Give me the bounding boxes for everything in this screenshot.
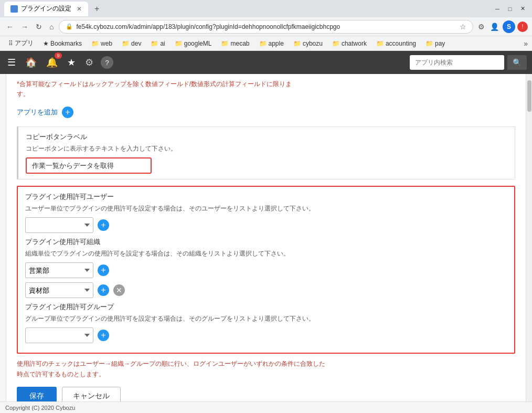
- bookmark-web[interactable]: 📁 web: [87, 38, 116, 49]
- action-buttons: 保存 キャンセル: [17, 387, 515, 401]
- folder-icon-web: 📁: [91, 40, 99, 47]
- folder-icon-dev: 📁: [122, 40, 130, 47]
- warning-line1: 使用許可のチェックはユーザー→組織→グループの順に行い、ログインユーザーがいずれ…: [17, 360, 325, 367]
- group-section-desc: グループ単位でプラグインの使用許可を設定する場合は、そのグループをリストより選択…: [25, 314, 507, 323]
- bookmark-ai[interactable]: 📁 ai: [146, 38, 169, 49]
- add-org-button-2[interactable]: +: [98, 284, 109, 296]
- org-dropdown-row-2: 資材部 + ✕: [25, 282, 507, 298]
- org-dropdown-2[interactable]: 資材部: [25, 282, 93, 298]
- bookmark-star-icon[interactable]: ☆: [460, 23, 466, 31]
- add-org-button-1[interactable]: +: [98, 264, 109, 276]
- bookmark-chatwork[interactable]: 📁 chatwork: [328, 38, 371, 49]
- address-bar-right: ⚙ 👤 S !: [476, 20, 528, 33]
- active-tab[interactable]: プラグインの設定 ✕: [4, 2, 88, 16]
- copy-section-desc: コピーボタンに表示するテキストを入力して下さい。: [26, 144, 507, 153]
- folder-icon-pay: 📁: [425, 40, 433, 47]
- notification-wrapper: 🔔 9: [44, 55, 60, 70]
- copyright-text: Copyright (C) 2020 Cybozu: [5, 405, 75, 411]
- url-text: fe54k.cybozu.com/k/admin/app/183/plugin/…: [76, 23, 456, 30]
- back-button[interactable]: ←: [4, 20, 16, 33]
- favorites-button[interactable]: ★: [65, 55, 78, 70]
- bm-gml-label: googleML: [184, 40, 212, 47]
- save-button[interactable]: 保存: [17, 387, 57, 401]
- header-search: 🔍: [410, 55, 527, 70]
- sidebar-left: [0, 74, 6, 401]
- bookmark-mecab[interactable]: 📁 mecab: [217, 38, 253, 49]
- bm-web-label: web: [101, 40, 112, 47]
- bm-chatwork-label: chatwork: [342, 40, 367, 47]
- help-button[interactable]: ?: [101, 56, 113, 69]
- home-icon-button[interactable]: 🏠: [23, 55, 39, 70]
- apps-label: アプリ: [15, 39, 34, 48]
- folder-icon-gml: 📁: [175, 40, 183, 47]
- copy-section-title: コピーボタンラベル: [26, 132, 507, 142]
- org-section-desc: 組織単位でプラグインの使用許可を設定する場合は、その組織をリストより選択して下さ…: [25, 249, 507, 258]
- bookmark-accounting[interactable]: 📁 accounting: [372, 38, 420, 49]
- org-dropdown-1[interactable]: 営業部: [25, 262, 93, 278]
- add-user-button[interactable]: +: [98, 219, 109, 231]
- user-icon-button[interactable]: 👤: [488, 21, 501, 33]
- minimize-button[interactable]: ─: [492, 4, 503, 14]
- search-input[interactable]: [410, 55, 504, 70]
- bookmarks-label: Bookmarks: [50, 40, 82, 47]
- close-window-button[interactable]: ✕: [517, 4, 528, 14]
- folder-icon-cybozu: 📁: [293, 40, 301, 47]
- bm-dev-label: dev: [131, 40, 141, 47]
- status-bar: Copyright (C) 2020 Cybozu: [0, 401, 532, 413]
- folder-icon-apple: 📁: [259, 40, 267, 47]
- folder-icon-chatwork: 📁: [332, 40, 340, 47]
- url-field[interactable]: 🔒 fe54k.cybozu.com/k/admin/app/183/plugi…: [59, 20, 473, 34]
- bookmarks-more-button[interactable]: »: [524, 39, 528, 48]
- bookmark-apple[interactable]: 📁 apple: [255, 38, 288, 49]
- address-bar: ← → ↻ ⌂ 🔒 fe54k.cybozu.com/k/admin/app/1…: [0, 17, 532, 36]
- bm-apple-label: apple: [269, 40, 284, 47]
- bookmark-googleml[interactable]: 📁 googleML: [171, 38, 216, 49]
- remove-org-button[interactable]: ✕: [113, 284, 125, 296]
- scrollbar-thumb[interactable]: [527, 80, 531, 112]
- bm-ai-label: ai: [160, 40, 165, 47]
- maximize-button[interactable]: □: [505, 4, 515, 14]
- user-section-title: プラグイン使用許可ユーザー: [25, 192, 507, 202]
- folder-icon-accounting: 📁: [376, 40, 384, 47]
- bookmark-dev[interactable]: 📁 dev: [118, 38, 145, 49]
- main-content: *合算可能なフィールドはルックアップを除く数値フィールド/数値形式の計算フィール…: [0, 74, 532, 401]
- cancel-button[interactable]: キャンセル: [62, 387, 121, 401]
- bookmark-pay[interactable]: 📁 pay: [421, 38, 449, 49]
- copy-label-input[interactable]: [26, 157, 152, 174]
- note-line1: *合算可能なフィールドはルックアップを除く数値フィールド/数値形式の計算フィール…: [17, 80, 292, 88]
- lock-icon: 🔒: [66, 23, 73, 30]
- user-dropdown[interactable]: [25, 217, 93, 233]
- org-section-title: プラグイン使用許可組織: [25, 237, 507, 247]
- notification-button[interactable]: !: [517, 22, 528, 32]
- apps-grid-icon: ⠿: [8, 40, 13, 47]
- new-tab-button[interactable]: +: [91, 3, 102, 15]
- group-section-title: プラグイン使用許可グループ: [25, 302, 507, 312]
- add-group-button[interactable]: +: [98, 330, 109, 341]
- tab-title: プラグインの設定: [21, 4, 71, 13]
- hamburger-menu-button[interactable]: ☰: [5, 55, 18, 70]
- scrollbar[interactable]: [526, 74, 532, 401]
- add-app-row: アプリを追加 +: [17, 107, 515, 118]
- bm-pay-label: pay: [435, 40, 445, 47]
- bookmark-cybozu[interactable]: 📁 cybozu: [289, 38, 327, 49]
- settings-gear-button[interactable]: ⚙: [83, 55, 95, 70]
- bookmark-apps[interactable]: ⠿ アプリ: [4, 37, 38, 49]
- forward-button[interactable]: →: [19, 20, 30, 33]
- user-section-desc: ユーザー単位でプラグインの使用許可を設定する場合は、そのユーザーをリストより選択…: [25, 204, 507, 213]
- search-button[interactable]: 🔍: [507, 55, 527, 70]
- permissions-section: プラグイン使用許可ユーザー ユーザー単位でプラグインの使用許可を設定する場合は、…: [17, 186, 515, 354]
- tab-close-button[interactable]: ✕: [77, 5, 82, 13]
- home-button[interactable]: ⌂: [47, 20, 56, 33]
- group-dropdown[interactable]: [25, 327, 93, 343]
- copy-button-label-section: コピーボタンラベル コピーボタンに表示するテキストを入力して下さい。: [17, 126, 515, 179]
- tab-favicon: [10, 5, 18, 13]
- user-dropdown-row: +: [25, 217, 507, 233]
- refresh-button[interactable]: ↻: [34, 20, 44, 33]
- profile-button[interactable]: S: [503, 20, 515, 33]
- bookmark-bookmarks[interactable]: ★ Bookmarks: [39, 38, 86, 49]
- extensions-button[interactable]: ⚙: [476, 21, 486, 33]
- add-app-button[interactable]: +: [62, 107, 73, 118]
- bm-cybozu-label: cybozu: [303, 40, 323, 47]
- content-area: *合算可能なフィールドはルックアップを除く数値フィールド/数値形式の計算フィール…: [6, 74, 526, 401]
- note-text: *合算可能なフィールドはルックアップを除く数値フィールド/数値形式の計算フィール…: [17, 79, 515, 99]
